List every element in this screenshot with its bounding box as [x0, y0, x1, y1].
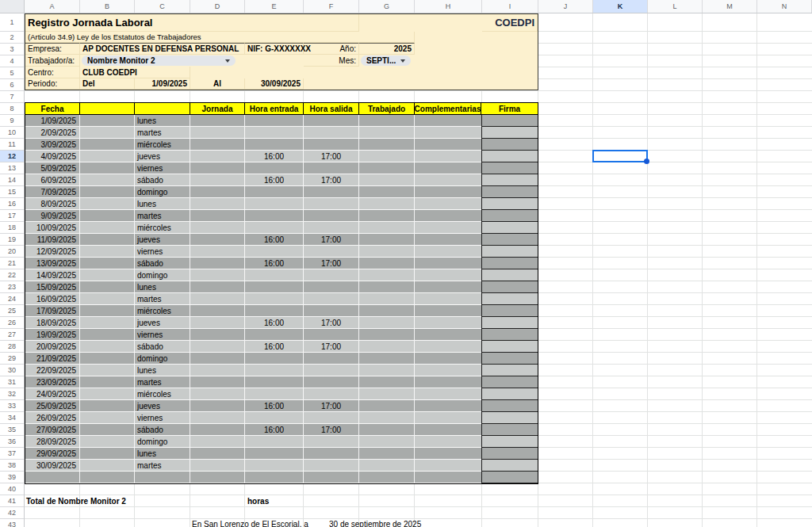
complementarias-cell[interactable]	[415, 353, 481, 365]
row-header-17[interactable]: 17	[0, 210, 24, 222]
entrada-cell[interactable]: 16:00	[245, 317, 304, 329]
salida-cell[interactable]	[304, 353, 359, 365]
lugar-cell[interactable]: En San Lorenzo de El Escorial, a	[192, 518, 308, 527]
entrada-cell[interactable]: 16:00	[245, 400, 304, 412]
firma-cell[interactable]	[481, 258, 538, 269]
al-value-cell[interactable]: 30/09/2025	[245, 78, 304, 90]
jornada-cell[interactable]	[190, 448, 245, 460]
date-cell[interactable]: 17/09/2025	[25, 305, 80, 317]
row-header-32[interactable]: 32	[0, 388, 24, 400]
jornada-cell[interactable]	[190, 317, 245, 329]
cell[interactable]	[80, 234, 135, 246]
del-label-cell[interactable]: Del	[80, 78, 135, 90]
trabajado-cell[interactable]	[359, 317, 415, 329]
complementarias-cell[interactable]	[415, 281, 481, 293]
complementarias-cell[interactable]	[415, 174, 481, 186]
jornada-cell[interactable]	[190, 151, 245, 162]
entrada-cell[interactable]	[245, 115, 304, 127]
salida-cell[interactable]	[304, 365, 359, 376]
row-header-12[interactable]: 12	[0, 151, 24, 162]
trabajado-cell[interactable]	[359, 436, 415, 448]
row-header-34[interactable]: 34	[0, 412, 24, 424]
row-header-11[interactable]: 11	[0, 139, 24, 151]
entrada-cell[interactable]	[245, 460, 304, 472]
firma-cell[interactable]	[481, 472, 538, 483]
row-header-9[interactable]: 9	[0, 115, 24, 127]
entrada-cell[interactable]	[245, 293, 304, 305]
anio-value-cell[interactable]: 2025	[359, 43, 415, 55]
row-header-39[interactable]: 39	[0, 472, 24, 483]
table-header-hora-entrada[interactable]: Hora entrada	[245, 103, 304, 115]
trabajado-cell[interactable]	[359, 281, 415, 293]
day-cell[interactable]: lunes	[135, 365, 190, 376]
entrada-cell[interactable]	[245, 186, 304, 198]
cell[interactable]	[80, 305, 135, 317]
day-cell[interactable]: jueves	[135, 234, 190, 246]
trabajado-cell[interactable]	[359, 269, 415, 281]
jornada-cell[interactable]	[190, 210, 245, 222]
entrada-cell[interactable]: 16:00	[245, 151, 304, 162]
cell[interactable]	[80, 246, 135, 258]
day-cell[interactable]: sábado	[135, 341, 190, 353]
jornada-cell[interactable]	[190, 115, 245, 127]
date-cell[interactable]: 23/09/2025	[25, 376, 80, 388]
firma-cell[interactable]	[481, 329, 538, 341]
trabajado-cell[interactable]	[359, 198, 415, 210]
firma-cell[interactable]	[481, 293, 538, 305]
row-header-27[interactable]: 27	[0, 329, 24, 341]
trabajado-cell[interactable]	[359, 376, 415, 388]
row-header-42[interactable]: 42	[0, 507, 24, 519]
salida-cell[interactable]	[304, 246, 359, 258]
firma-cell[interactable]	[481, 353, 538, 365]
trabajado-cell[interactable]	[359, 365, 415, 376]
day-cell[interactable]: jueves	[135, 151, 190, 162]
trabajado-cell[interactable]	[359, 305, 415, 317]
jornada-cell[interactable]	[190, 127, 245, 139]
column-header-i[interactable]: I	[482, 0, 538, 13]
firma-cell[interactable]	[481, 174, 538, 186]
complementarias-cell[interactable]	[415, 472, 481, 483]
complementarias-cell[interactable]	[415, 139, 481, 151]
salida-cell[interactable]	[304, 329, 359, 341]
trabajado-cell[interactable]	[359, 139, 415, 151]
cell[interactable]	[80, 329, 135, 341]
firma-cell[interactable]	[481, 198, 538, 210]
row-header-43[interactable]: 43	[0, 519, 24, 527]
date-cell[interactable]: 2/09/2025	[25, 127, 80, 139]
brand-cell[interactable]: COEDPI	[482, 14, 538, 32]
trabajado-cell[interactable]	[359, 412, 415, 424]
cell[interactable]	[80, 222, 135, 234]
day-cell[interactable]: lunes	[135, 281, 190, 293]
row-header-33[interactable]: 33	[0, 400, 24, 412]
row-header-14[interactable]: 14	[0, 174, 24, 186]
jornada-cell[interactable]	[190, 281, 245, 293]
firma-cell[interactable]	[481, 436, 538, 448]
row-header-8[interactable]: 8	[0, 103, 24, 115]
complementarias-cell[interactable]	[415, 365, 481, 376]
salida-cell[interactable]: 17:00	[304, 174, 359, 186]
row-header-18[interactable]: 18	[0, 222, 24, 234]
entrada-cell[interactable]	[245, 412, 304, 424]
firma-cell[interactable]	[481, 365, 538, 376]
trabajador-label-cell[interactable]: Trabajador/a:	[25, 55, 80, 67]
entrada-cell[interactable]	[245, 139, 304, 151]
trabajado-cell[interactable]	[359, 115, 415, 127]
date-cell[interactable]: 5/09/2025	[25, 162, 80, 174]
firma-cell[interactable]	[481, 388, 538, 400]
cell[interactable]	[80, 317, 135, 329]
table-header-trabajado[interactable]: Trabajado	[359, 103, 415, 115]
cell[interactable]	[80, 258, 135, 269]
firma-cell[interactable]	[481, 317, 538, 329]
row-header-40[interactable]: 40	[0, 483, 24, 495]
row-header-19[interactable]: 19	[0, 234, 24, 246]
date-cell[interactable]: 3/09/2025	[25, 139, 80, 151]
day-cell[interactable]: miércoles	[135, 222, 190, 234]
date-cell[interactable]: 24/09/2025	[25, 388, 80, 400]
jornada-cell[interactable]	[190, 460, 245, 472]
day-cell[interactable]: domingo	[135, 186, 190, 198]
column-header-n[interactable]: N	[757, 0, 812, 13]
row-header-26[interactable]: 26	[0, 317, 24, 329]
column-header-m[interactable]: M	[703, 0, 757, 13]
jornada-cell[interactable]	[190, 365, 245, 376]
jornada-cell[interactable]	[190, 162, 245, 174]
